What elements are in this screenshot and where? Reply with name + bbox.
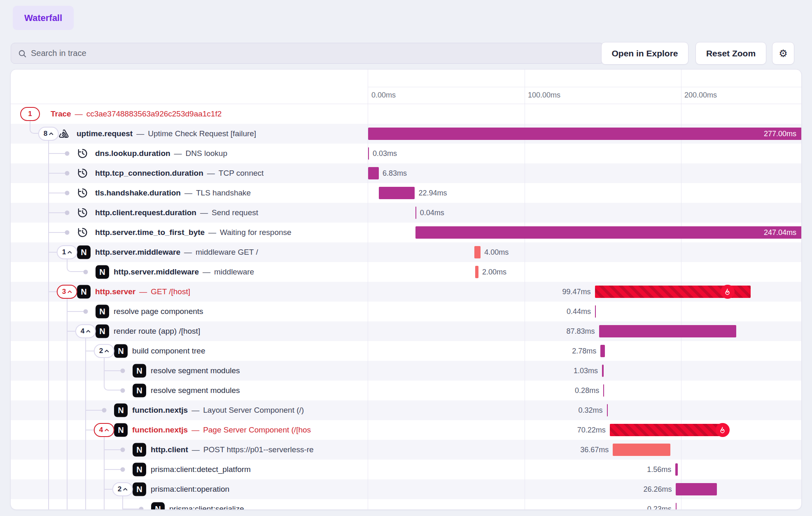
duration-label: 1.56ms	[647, 465, 671, 474]
span-row[interactable]: Nhttp.client—POST https://p01--serverles…	[11, 440, 801, 460]
tree-guide-line	[48, 381, 49, 400]
nextjs-icon: N	[133, 483, 146, 496]
chevron-up-icon	[86, 330, 91, 333]
tree-dot	[121, 467, 125, 472]
span-operation: Layout Server Component (/)	[203, 406, 304, 415]
span-dash: —	[191, 406, 199, 415]
span-duration-bar[interactable]	[675, 463, 678, 476]
span-duration-bar[interactable]	[603, 384, 604, 397]
span-timeline-cell: 1.56ms	[368, 460, 801, 479]
collapse-pill[interactable]: 4	[94, 423, 114, 437]
span-row[interactable]: 2Nprisma:client:operation26.26ms	[11, 479, 801, 499]
nextjs-icon: N	[77, 246, 91, 259]
tree-connector	[104, 449, 123, 450]
duration-label: 87.83ms	[566, 327, 595, 336]
span-timeline-cell: 6.83ms	[368, 163, 801, 183]
tree-guide-line	[48, 479, 49, 499]
span-duration-bar[interactable]	[602, 365, 604, 377]
span-row[interactable]: Nresolve segment modules1.03ms	[11, 361, 801, 381]
flame-badge	[721, 285, 735, 299]
duration-label: 26.26ms	[643, 485, 672, 494]
span-name: resolve page components	[114, 307, 203, 316]
span-row[interactable]: Nresolve segment modules0.28ms	[11, 381, 801, 400]
gear-icon: ⚙	[779, 48, 788, 59]
search-icon	[18, 49, 27, 58]
span-duration-bar[interactable]	[368, 167, 379, 179]
span-row[interactable]: http.server.time_to_first_byte—Waiting f…	[11, 223, 801, 242]
span-operation: Uptime Check Request [failure]	[148, 129, 256, 138]
collapse-pill[interactable]: 8	[38, 127, 59, 141]
span-row[interactable]: 1Nhttp.server.middleware—middleware GET …	[11, 242, 801, 262]
span-operation: middleware	[214, 267, 254, 277]
span-duration-bar[interactable]	[613, 444, 670, 456]
span-row[interactable]: Nprisma:client:detect_platform1.56ms	[11, 460, 801, 479]
span-row[interactable]: Nprisma:client:serialize0.23ms	[11, 499, 801, 510]
collapse-pill[interactable]: 1	[57, 245, 77, 259]
span-row[interactable]: dns.lookup.duration—DNS lookup0.03ms	[11, 144, 801, 163]
span-row[interactable]: 8uptime.request—Uptime Check Request [fa…	[11, 124, 801, 144]
collapse-pill[interactable]: 2	[112, 482, 133, 496]
flame-icon	[719, 426, 726, 434]
tab-waterfall[interactable]: Waterfall	[13, 6, 74, 30]
span-rows: 1Trace—cc3ae3748883563a926c253d9aa1c1f28…	[11, 104, 801, 510]
reset-zoom-button[interactable]: Reset Zoom	[695, 42, 766, 65]
span-duration-bar[interactable]	[474, 246, 481, 258]
axis-tick-0: 0.00ms	[371, 91, 396, 100]
span-duration-bar[interactable]	[607, 404, 608, 416]
duration-label: 99.47ms	[562, 288, 591, 296]
collapse-pill[interactable]: 3	[57, 285, 77, 299]
span-row[interactable]: Nhttp.server.middleware—middleware2.00ms	[11, 262, 801, 282]
tree-dot	[139, 507, 144, 510]
span-row[interactable]: 1Trace—cc3ae3748883563a926c253d9aa1c1f2	[11, 104, 801, 124]
span-row[interactable]: tls.handshake.duration—TLS handshake22.9…	[11, 183, 801, 203]
span-duration-bar[interactable]	[676, 483, 717, 495]
span-duration-bar[interactable]	[599, 325, 737, 337]
clock-icon	[77, 207, 88, 218]
axis-tick-100: 100.00ms	[528, 91, 560, 100]
span-duration-bar[interactable]	[610, 424, 720, 436]
search-box[interactable]	[11, 43, 604, 64]
nextjs-icon: N	[96, 305, 109, 318]
span-duration-bar[interactable]	[600, 345, 605, 357]
span-duration-bar[interactable]	[368, 147, 369, 160]
tree-dot	[84, 309, 88, 314]
span-duration-bar[interactable]	[595, 305, 596, 318]
duration-label: 0.03ms	[373, 149, 397, 158]
span-dash: —	[139, 287, 147, 296]
tree-descender-line	[85, 338, 86, 341]
nextjs-icon: N	[133, 364, 146, 378]
chevron-up-icon	[123, 488, 128, 491]
collapse-pill[interactable]: 2	[94, 344, 114, 358]
flame-icon	[723, 288, 731, 296]
duration-label: 0.23ms	[647, 505, 672, 510]
nextjs-icon: N	[96, 265, 109, 279]
span-operation: DNS lookup	[186, 149, 227, 158]
span-duration-bar[interactable]	[676, 503, 677, 510]
span-timeline-cell: 277.00ms	[368, 124, 801, 144]
span-duration-bar[interactable]	[368, 128, 802, 140]
span-duration-bar[interactable]	[475, 266, 478, 278]
span-duration-bar[interactable]	[415, 207, 416, 219]
nextjs-icon: N	[77, 285, 91, 299]
open-in-explore-button[interactable]: Open in Explore	[601, 42, 688, 65]
span-duration-bar[interactable]	[379, 187, 415, 199]
span-duration-bar[interactable]	[415, 226, 802, 239]
span-row[interactable]: 2Nbuild component tree2.78ms	[11, 341, 801, 361]
span-tree-cell: Nresolve segment modules	[11, 361, 368, 381]
span-row[interactable]: Nfunction.nextjs—Layout Server Component…	[11, 400, 801, 420]
clock-icon	[77, 148, 88, 159]
span-row[interactable]: http.client.request.duration—Send reques…	[11, 203, 801, 223]
collapse-pill[interactable]: 4	[75, 324, 96, 338]
nextjs-icon: N	[114, 423, 128, 437]
span-row[interactable]: Nresolve page components0.44ms	[11, 302, 801, 321]
search-input[interactable]	[31, 49, 575, 58]
span-row[interactable]: 3Nhttp.server—GET /[host]99.47ms	[11, 282, 801, 302]
tree-connector	[67, 262, 85, 272]
tree-dot	[102, 408, 107, 413]
collapse-pill[interactable]: 1	[20, 107, 40, 121]
span-row[interactable]: 4Nrender route (app) /[host]87.83ms	[11, 321, 801, 341]
settings-button[interactable]: ⚙	[772, 42, 794, 65]
span-row[interactable]: 4Nfunction.nextjs—Page Server Component …	[11, 420, 801, 440]
span-row[interactable]: http.tcp_connection.duration—TCP connect…	[11, 163, 801, 183]
span-duration-bar[interactable]	[595, 286, 751, 298]
